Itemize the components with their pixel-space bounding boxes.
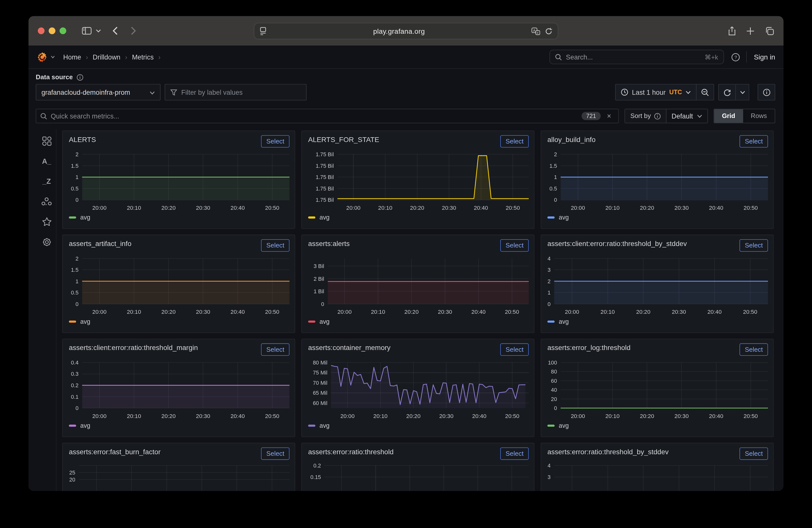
metric-chart[interactable]: 20:0020:1020:2020:3020:4020:5021.510.50 — [63, 150, 296, 214]
user-group-icon[interactable] — [41, 196, 53, 207]
metric-chart[interactable]: 0.20.15 — [302, 462, 535, 491]
select-button[interactable]: Select — [501, 239, 529, 252]
select-button[interactable]: Select — [740, 239, 768, 252]
sort-alpha-desc-icon[interactable]: _Z — [41, 176, 53, 187]
metric-chart[interactable]: 20:0020:1020:2020:3020:4020:500.40.30.20… — [63, 358, 296, 422]
sort-select[interactable]: Default — [667, 109, 708, 123]
x-axis-tick: 20:40 — [474, 205, 488, 211]
metric-chart[interactable]: 43 — [541, 462, 774, 491]
info-icon[interactable] — [76, 74, 83, 80]
x-axis-tick: 20:40 — [231, 413, 245, 419]
forward-button[interactable] — [130, 27, 136, 35]
y-axis-tick: 2 — [75, 151, 78, 158]
breadcrumb-metrics[interactable]: Metrics — [132, 53, 154, 61]
select-button[interactable]: Select — [740, 448, 768, 460]
sidebar-chevron-icon[interactable] — [96, 29, 101, 33]
translate-icon[interactable]: A x — [531, 27, 540, 35]
data-source-select[interactable]: grafanacloud-demoinfra-prom — [36, 84, 160, 101]
close-window-button[interactable] — [38, 28, 44, 34]
legend-series-name: avg — [80, 214, 90, 221]
chart-legend[interactable]: avg — [308, 318, 330, 325]
select-button[interactable]: Select — [501, 343, 529, 356]
select-button[interactable]: Select — [261, 448, 290, 460]
refresh-interval-dropdown[interactable] — [736, 84, 750, 101]
chart-legend[interactable]: avg — [69, 422, 90, 429]
chart-legend[interactable]: avg — [548, 214, 569, 221]
metric-panel: ALERTS_FOR_STATE Select 20:0020:1020:202… — [302, 131, 535, 229]
back-button[interactable] — [113, 27, 118, 35]
x-axis-tick: 20:10 — [127, 205, 141, 211]
select-button[interactable]: Select — [501, 448, 529, 460]
x-axis-tick: 20:10 — [127, 308, 141, 315]
select-button[interactable]: Select — [261, 343, 290, 356]
svg-text:x: x — [537, 31, 538, 34]
new-tab-icon[interactable] — [746, 27, 754, 35]
y-axis-tick: 1 — [554, 174, 557, 180]
chart-legend[interactable]: avg — [548, 318, 569, 325]
info-icon[interactable] — [654, 113, 661, 119]
x-axis-tick: 20:20 — [640, 413, 654, 419]
select-button[interactable]: Select — [261, 135, 290, 148]
y-axis-tick: 1.75 Bil — [316, 151, 334, 158]
y-axis-tick: 1.5 — [71, 163, 78, 169]
y-axis-tick: 60 Mil — [313, 400, 328, 406]
apps-grid-icon[interactable] — [41, 135, 53, 147]
share-icon[interactable] — [728, 26, 736, 35]
chart-legend[interactable]: avg — [308, 214, 330, 221]
reader-view-icon[interactable] — [260, 27, 267, 35]
refresh-button[interactable] — [718, 84, 736, 101]
select-button[interactable]: Select — [740, 343, 768, 356]
y-axis-tick: 0 — [554, 197, 557, 203]
sort-alpha-asc-icon[interactable]: A_ — [41, 155, 53, 167]
sign-in-button[interactable]: Sign in — [754, 53, 775, 61]
tab-overview-icon[interactable] — [765, 27, 774, 35]
close-icon[interactable]: × — [607, 112, 611, 120]
metric-chart[interactable]: 20:0020:1020:2020:3020:4020:5021.510.50 — [541, 150, 774, 214]
panel-title: ALERTS — [69, 136, 96, 144]
chart-legend[interactable]: avg — [548, 422, 569, 429]
gear-icon[interactable] — [41, 236, 53, 248]
star-icon[interactable] — [41, 216, 53, 228]
breadcrumb-home[interactable]: Home — [63, 53, 81, 61]
panel-title: asserts:client:error:ratio:threshold_mar… — [69, 344, 198, 352]
zoom-window-button[interactable] — [59, 28, 66, 34]
x-axis-tick: 20:30 — [442, 205, 456, 211]
y-axis-tick: 60 — [551, 378, 557, 384]
zoom-out-button[interactable] — [696, 84, 714, 101]
y-axis-tick: 1 — [75, 278, 78, 284]
view-toggle-grid[interactable]: Grid — [714, 109, 743, 123]
x-axis-tick: 20:20 — [640, 205, 654, 211]
chart-legend[interactable]: avg — [69, 214, 90, 221]
metric-chart[interactable]: 20:0020:1020:2020:3020:4020:5080 Mil75 M… — [302, 358, 535, 422]
url-bar[interactable]: play.grafana.org A x — [254, 23, 558, 39]
metric-chart[interactable]: 2520 — [63, 462, 296, 491]
view-toggle-rows[interactable]: Rows — [743, 109, 775, 123]
label-filter-input[interactable]: Filter by label values — [165, 84, 307, 101]
metric-chart[interactable]: 20:0020:1020:2020:3020:4020:501008060402… — [541, 358, 774, 422]
help-icon[interactable]: ? — [731, 53, 740, 61]
panel-title: asserts:container_memory — [308, 344, 391, 352]
grafana-logo[interactable] — [37, 52, 48, 62]
org-switcher-chevron-icon[interactable] — [51, 56, 55, 59]
select-button[interactable]: Select — [261, 239, 290, 252]
nav-search-shortcut: ⌘+k — [705, 53, 718, 61]
metric-chart[interactable]: 20:0020:1020:2020:3020:4020:5043210 — [541, 254, 774, 318]
page-info-button[interactable] — [758, 84, 775, 101]
breadcrumb-drilldown[interactable]: Drilldown — [93, 53, 120, 61]
chart-legend[interactable]: avg — [69, 318, 90, 325]
x-axis-tick: 20:30 — [196, 205, 210, 211]
x-axis-tick: 20:40 — [709, 413, 723, 419]
metric-chart[interactable]: 20:0020:1020:2020:3020:4020:5021.510.50 — [63, 254, 296, 318]
select-button[interactable]: Select — [501, 135, 529, 148]
select-button[interactable]: Select — [740, 135, 768, 148]
metric-chart[interactable]: 20:0020:1020:2020:3020:4020:503 Bil2 Bil… — [302, 254, 535, 318]
minimize-window-button[interactable] — [49, 28, 56, 34]
time-range-picker[interactable]: Last 1 hour UTC — [615, 84, 696, 101]
reload-icon[interactable] — [545, 27, 552, 35]
sidebar-toggle-icon[interactable] — [82, 27, 91, 35]
nav-search-input[interactable]: Search... ⌘+k — [549, 50, 724, 64]
chart-legend[interactable]: avg — [308, 422, 330, 429]
metric-chart[interactable]: 20:0020:1020:2020:3020:4020:501.75 Bil1.… — [302, 150, 535, 214]
y-axis-tick: 1.75 Bil — [316, 197, 334, 203]
quick-search-input[interactable]: Quick search metrics... 721 × — [36, 109, 619, 123]
